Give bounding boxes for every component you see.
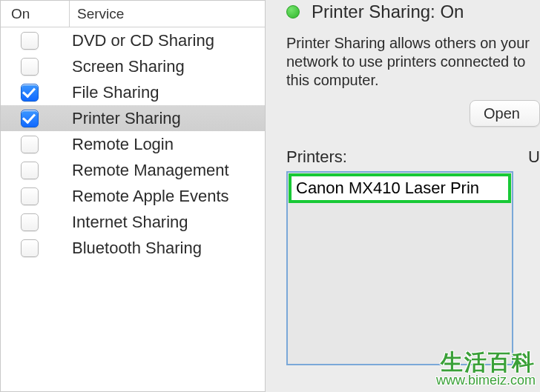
printer-item[interactable]: Canon MX410 Laser Prin — [289, 173, 511, 203]
services-header: On Service — [1, 1, 265, 27]
service-checkbox[interactable] — [21, 136, 39, 153]
printers-list[interactable]: Canon MX410 Laser Prin — [286, 171, 513, 365]
service-checkbox[interactable] — [21, 213, 39, 231]
service-checkbox[interactable] — [21, 239, 39, 257]
service-label: DVD or CD Sharing — [59, 31, 265, 50]
service-row[interactable]: Screen Sharing — [1, 53, 265, 79]
open-button[interactable]: Open — [470, 100, 540, 127]
service-checkbox[interactable] — [21, 162, 39, 179]
users-label: U — [528, 147, 540, 167]
service-row[interactable]: Remote Apple Events — [1, 183, 265, 209]
service-checkbox[interactable] — [21, 110, 39, 127]
service-row[interactable]: Printer Sharing — [1, 105, 265, 131]
service-checkbox[interactable] — [21, 84, 39, 102]
services-panel: On Service DVD or CD SharingScreen Shari… — [0, 0, 266, 392]
service-row[interactable]: Internet Sharing — [1, 209, 265, 235]
services-header-service[interactable]: Service — [70, 1, 265, 27]
service-label: Screen Sharing — [59, 57, 265, 76]
service-label: Bluetooth Sharing — [59, 239, 265, 258]
detail-panel: Printer Sharing: On Printer Sharing allo… — [266, 0, 540, 392]
service-checkbox[interactable] — [21, 58, 39, 76]
status-text: Printer Sharing: On — [312, 1, 464, 22]
sharing-description: Printer Sharing allows others on your ne… — [286, 34, 540, 90]
service-row[interactable]: DVD or CD Sharing — [1, 27, 265, 53]
services-header-on[interactable]: On — [1, 1, 70, 27]
service-label: Printer Sharing — [59, 109, 265, 128]
service-label: File Sharing — [59, 83, 265, 102]
service-row[interactable]: Remote Login — [1, 131, 265, 157]
service-label: Internet Sharing — [59, 213, 265, 232]
service-label: Remote Apple Events — [59, 187, 265, 206]
service-row[interactable]: Bluetooth Sharing — [1, 235, 265, 261]
status-indicator-icon — [286, 5, 300, 19]
printers-label: Printers: — [286, 147, 347, 167]
service-checkbox[interactable] — [21, 32, 39, 50]
service-checkbox[interactable] — [21, 187, 39, 205]
services-list: DVD or CD SharingScreen SharingFile Shar… — [1, 27, 265, 261]
service-label: Remote Management — [59, 161, 265, 180]
status-row: Printer Sharing: On — [286, 1, 540, 22]
service-label: Remote Login — [59, 135, 265, 154]
service-row[interactable]: Remote Management — [1, 157, 265, 183]
service-row[interactable]: File Sharing — [1, 79, 265, 105]
